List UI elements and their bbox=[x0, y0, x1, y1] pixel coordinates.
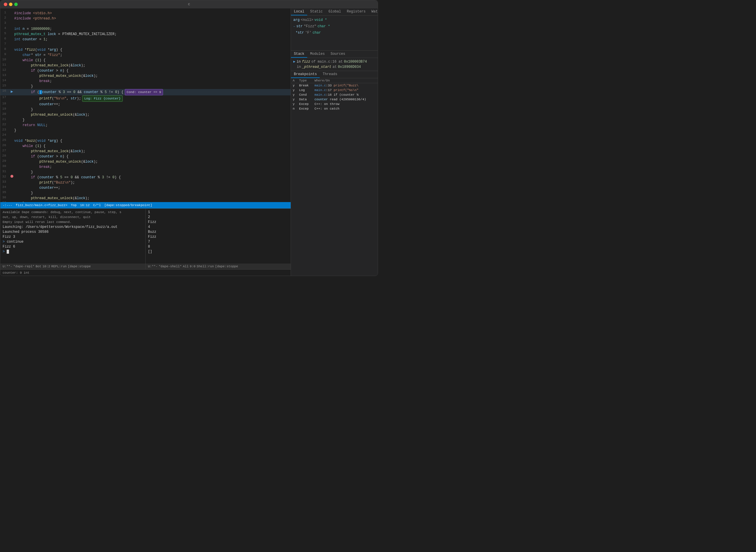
bp-row-1: y Break main.c:33 printf("Buzz\ bbox=[291, 83, 378, 88]
shell-status-mode2: Shell:run bbox=[197, 265, 214, 268]
bp-row-6: n Excep C++: on catch bbox=[291, 106, 378, 111]
main-window: c 1 #include <stdio.h> 2 #include <pthre… bbox=[0, 0, 378, 276]
code-line-15: 15 } bbox=[0, 84, 291, 89]
close-button[interactable] bbox=[4, 3, 7, 6]
bp-where-1: main.c:33 printf("Buzz\ bbox=[313, 83, 378, 88]
shell-out-3: Fizz bbox=[148, 220, 288, 225]
shell-status-mode: U:**- bbox=[148, 265, 157, 268]
editor-linenum: 16:12 bbox=[80, 203, 90, 207]
code-line-33: 33 printf("Buzz\n"); bbox=[0, 180, 291, 185]
code-line-5: 5 pthread_mutex_t lock = PTHREAD_MUTEX_I… bbox=[0, 32, 291, 37]
code-area[interactable]: 1 #include <stdio.h> 2 #include <pthread… bbox=[0, 8, 291, 202]
titlebar: c bbox=[0, 0, 378, 8]
breakpoints-table: A Type Where/On y Break main.c:33 printf… bbox=[291, 78, 378, 111]
minimize-button[interactable] bbox=[9, 3, 12, 6]
repl-pane[interactable]: Available Dape commands: debug, next, co… bbox=[0, 209, 146, 269]
code-line-2: 2 #include <pthread.h> bbox=[0, 16, 291, 21]
code-line-35: 35 } bbox=[0, 190, 291, 196]
code-line-24: 24 bbox=[0, 133, 291, 138]
editor-pane: 1 #include <stdio.h> 2 #include <pthread… bbox=[0, 8, 291, 276]
code-line-36: 36 pthread_mutex_unlock(&lock); bbox=[0, 196, 291, 201]
code-line-30: 30 break; bbox=[0, 164, 291, 170]
tab-modules[interactable]: Modules bbox=[307, 51, 328, 58]
repl-line-3: Empty input will rerun last command. bbox=[3, 220, 143, 225]
window-title: c bbox=[188, 2, 190, 6]
bp-row-3: y Cond main.c:16 if (counter % bbox=[291, 93, 378, 97]
editor-status: [dape:stopped/breakpoint] bbox=[104, 203, 152, 207]
repl-status-mode: U:**- bbox=[3, 265, 12, 268]
repl-line-6: Fizz 3 bbox=[3, 235, 143, 240]
shell-status-file: *dape-shell* bbox=[159, 265, 182, 268]
shell-status-pos: All bbox=[183, 265, 189, 268]
bp-row-5: y Excep C++: on throw bbox=[291, 102, 378, 106]
bp-dot-32 bbox=[10, 175, 14, 178]
bp-tabs: Breakpoints Threads bbox=[291, 71, 378, 78]
code-line-12: 12 if (counter > n) { bbox=[0, 68, 291, 74]
tab-stack[interactable]: Stack bbox=[291, 51, 307, 58]
tab-breakpoints[interactable]: Breakpoints bbox=[291, 71, 320, 78]
code-line-4: 4 int n = 100000000; bbox=[0, 26, 291, 32]
repl-line-1: Available Dape commands: debug, next, co… bbox=[3, 210, 143, 215]
tab-local[interactable]: Local bbox=[291, 8, 307, 15]
breakpoints-section: Breakpoints Threads A Type Where/On y bbox=[291, 71, 378, 276]
repl-line-7: > continue bbox=[3, 240, 143, 244]
bp-where-4: counter read (4295000136/4) bbox=[313, 97, 378, 102]
var-row-arg: arg <null> void * bbox=[291, 17, 378, 23]
bp-row-2: y Log main.c:17 printf("%s\n" bbox=[291, 88, 378, 93]
code-line-10: 10 while (1) { bbox=[0, 58, 291, 63]
stack-content: ▶ in fizz of main.c:16 at 0x100003B74 in… bbox=[291, 58, 378, 71]
maximize-button[interactable] bbox=[14, 3, 18, 6]
repl-status-linenum: 10:2 bbox=[42, 265, 50, 268]
repl-line-5: Launched process 30586 bbox=[3, 230, 143, 235]
code-line-22: 22 return NULL; bbox=[0, 123, 291, 128]
code-line-13: 13 pthread_mutex_unlock(&lock); bbox=[0, 74, 291, 79]
tab-watch[interactable]: Watch bbox=[368, 8, 378, 15]
shell-out-7: 7 bbox=[148, 240, 288, 244]
bp-type-2: Log bbox=[297, 88, 313, 93]
shell-statusbar: U:**- *dape-shell* All 9:0 Shell:run [da… bbox=[146, 264, 291, 269]
editor-mode: -:--- bbox=[3, 203, 12, 207]
tab-static[interactable]: Static bbox=[307, 8, 325, 15]
var-row-str-deref: *str 'F' char bbox=[291, 29, 378, 36]
tab-sources[interactable]: Sources bbox=[328, 51, 348, 58]
line-number-1: 1 bbox=[0, 11, 10, 14]
code-line-31: 31 } bbox=[0, 170, 291, 175]
shell-out-4: 4 bbox=[148, 225, 288, 230]
bottom-panes: Available Dape commands: debug, next, co… bbox=[0, 209, 291, 269]
bp-where-3: main.c:16 if (counter % bbox=[313, 93, 378, 97]
code-line-1: 1 #include <stdio.h> bbox=[0, 11, 291, 16]
repl-statusbar: U:**- *dape-repl* Bot 10:2 REPL:run [dap… bbox=[0, 264, 145, 269]
bp-type-1: Break bbox=[297, 83, 313, 88]
code-line-21: 21 } bbox=[0, 117, 291, 123]
code-line-34: 34 counter++; bbox=[0, 185, 291, 190]
shell-out-1: 1 bbox=[148, 210, 288, 215]
debug-arrow-16: ▶ bbox=[10, 89, 14, 94]
shell-pane[interactable]: 1 2 Fizz 4 Buzz Fizz 7 8 [] U:**- *dape-… bbox=[146, 209, 291, 269]
stack-row-2: in _pthread_start at 0x18908D034 bbox=[293, 64, 375, 70]
bp-col-type: Type bbox=[297, 78, 313, 83]
editor-pos: Top bbox=[71, 203, 77, 207]
code-line-19: 19 } bbox=[0, 107, 291, 112]
variables-tabs-row: Local Static Global Registers Watch bbox=[291, 8, 378, 16]
tab-registers[interactable]: Registers bbox=[344, 8, 368, 15]
right-panel: Local Static Global Registers Watch arg … bbox=[291, 8, 378, 276]
editor-statusbar: -:--- fizz_buzz/main.c<fizz_buzz> Top 16… bbox=[0, 202, 291, 209]
repl-input-line[interactable]: > bbox=[3, 249, 143, 254]
bp-enabled-5: y bbox=[291, 102, 297, 106]
repl-line-4: Launching: /Users/dpettersson/Workspace/… bbox=[3, 225, 143, 230]
repl-status-pos: Bot bbox=[36, 265, 41, 268]
shell-content[interactable]: 1 2 Fizz 4 Buzz Fizz 7 8 [] bbox=[146, 209, 291, 264]
tab-threads[interactable]: Threads bbox=[320, 71, 340, 78]
repl-content[interactable]: Available Dape commands: debug, next, co… bbox=[0, 209, 145, 264]
bp-enabled-3: y bbox=[291, 93, 297, 97]
code-line-20: 20 pthread_mutex_unlock(&lock); bbox=[0, 112, 291, 117]
code-line-8: 8 void *fizz(void *arg) { bbox=[0, 47, 291, 52]
editor-file: fizz_buzz/main.c<fizz_buzz> bbox=[16, 203, 67, 207]
bp-row-4: y Data counter read (4295000136/4) bbox=[291, 97, 378, 102]
code-line-17: 17 printf("%s\n", str);Log: Fizz {counte… bbox=[0, 95, 291, 102]
bp-enabled-6: n bbox=[291, 106, 297, 111]
editor-lang: C/*l bbox=[93, 203, 101, 207]
bp-col-where: Where/On bbox=[313, 78, 378, 83]
bp-where-6: C++: on catch bbox=[313, 106, 378, 111]
tab-global[interactable]: Global bbox=[325, 8, 344, 15]
